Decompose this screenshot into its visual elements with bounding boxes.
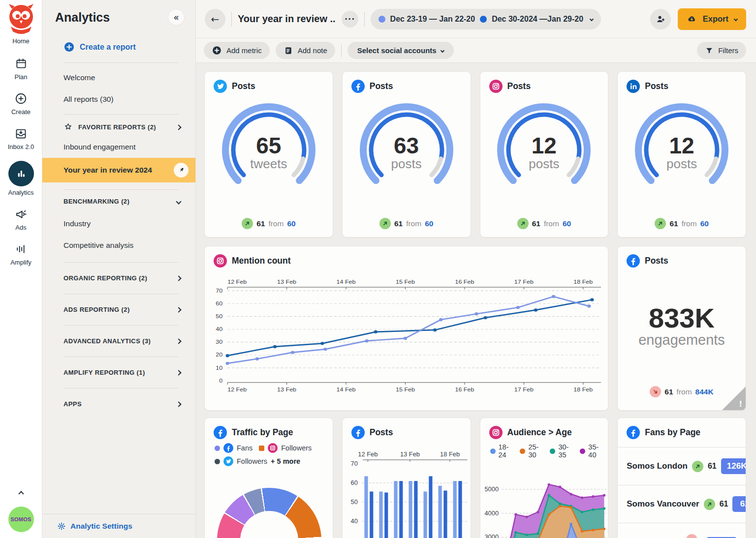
select-social-label: Select social accounts <box>357 46 437 55</box>
delta-word: from <box>544 219 559 228</box>
svg-text:20: 20 <box>216 352 222 358</box>
filters-label: Filters <box>718 46 738 55</box>
rail-label: Ads <box>15 224 26 231</box>
create-report-label: Create a report <box>80 43 136 52</box>
legend-swatch <box>550 448 555 454</box>
sidebar-section-benchmarking[interactable]: BENCHMARKING (2) <box>42 190 195 213</box>
rail-label: Home <box>12 37 30 45</box>
sidebar-item-welcome[interactable]: Welcome <box>42 67 195 89</box>
svg-text:30: 30 <box>216 339 222 345</box>
export-button[interactable]: Export <box>678 8 746 30</box>
star-icon <box>63 122 73 132</box>
plus-circle-icon <box>212 45 222 56</box>
page-title: Your year in review .. <box>238 13 336 25</box>
page-name: Somos Vancouver <box>627 499 699 509</box>
sidebar-item-year-in-review[interactable]: Your year in review 2024 <box>42 158 195 182</box>
mention-count-card[interactable]: Mention count 01020304050607012 Feb12 Fe… <box>204 246 608 411</box>
facebook-engagements-card[interactable]: Posts 833K engagements 61 from 844K ! <box>617 246 746 411</box>
rail-item-plan[interactable]: Plan <box>14 56 29 81</box>
audience-age-card[interactable]: Audience > Age 18-24 25-30 30-35 35-40 5… <box>480 418 609 538</box>
sidebar-section-advanced-analytics[interactable]: ADVANCED ANALYTICS (3) <box>42 326 195 357</box>
filters-button[interactable]: Filters <box>697 42 746 59</box>
svg-text:5000: 5000 <box>484 486 499 493</box>
gauge-value: 63 <box>343 134 471 157</box>
sidebar-section-amplify-reporting[interactable]: AMPLIFY REPORTING (1) <box>42 357 195 388</box>
sidebar-item-competitive-analysis[interactable]: Competitive analysis <box>42 235 195 256</box>
legend-swatch <box>520 448 525 454</box>
gauge-value: 12 <box>480 134 608 157</box>
audience-legend: 18-24 25-30 30-35 35-40 <box>480 442 608 459</box>
twitter-posts-gauge-card[interactable]: Posts 65 tweets 61 from 60 <box>204 71 333 238</box>
share-report-button[interactable] <box>650 9 671 30</box>
rail-item-amplify[interactable]: Amplify <box>10 241 32 266</box>
sidebar-item-all-reports[interactable]: All reports (30) <box>42 89 195 110</box>
gauge-unit: posts <box>343 157 471 172</box>
delta-from-value: 60 <box>425 219 433 228</box>
svg-text:18 Feb: 18 Feb <box>573 386 593 392</box>
workspace-avatar[interactable]: SOMOS <box>8 507 34 532</box>
legend-swatch <box>215 459 220 464</box>
rail-collapse-chevron[interactable] <box>19 489 23 498</box>
legend-swatch <box>259 446 264 451</box>
gauge-value: 65 <box>205 134 333 157</box>
delta-word: from <box>268 219 284 228</box>
linkedin-posts-gauge-card[interactable]: Posts 12 posts 61 from 60 <box>617 71 746 238</box>
create-report-button[interactable]: Create a report <box>42 29 195 62</box>
fans-row-somos-london[interactable]: Somos London 61 126K <box>618 447 746 485</box>
analytic-settings-button[interactable]: Analytic Settings <box>42 514 195 538</box>
rail-item-ads[interactable]: Ads <box>14 207 29 231</box>
gauges-row: Posts 65 tweets 61 from 60 <box>204 71 746 238</box>
trend-up-icon <box>379 218 391 229</box>
rail-item-analytics[interactable]: Analytics <box>8 161 33 196</box>
sidebar-section-favorite-reports[interactable]: FAVORITE REPORTS (2) <box>42 115 195 140</box>
engagements-value: 833K <box>618 304 746 332</box>
sidebar-section-ads-reporting[interactable]: ADS REPORTING (2) <box>42 294 195 325</box>
trend-up-icon <box>517 218 529 229</box>
sidebar-section-apps[interactable]: APPS <box>42 389 195 419</box>
traffic-by-page-card[interactable]: Traffic by Page Fans Followers <box>204 418 333 538</box>
fans-row-partial[interactable] <box>618 523 746 538</box>
inbox-icon <box>14 126 29 141</box>
delta-from-value: 60 <box>563 219 571 228</box>
sidebar-collapse-button[interactable]: « <box>168 9 185 26</box>
left-rail: Home Plan Create Inbox 2.0 Analytics Ads… <box>0 0 42 538</box>
rail-item-inbox[interactable]: Inbox 2.0 <box>8 126 34 150</box>
sidebar-title: Analytics <box>55 10 110 25</box>
legend-swatch <box>490 448 496 454</box>
back-button[interactable]: ← <box>205 9 225 30</box>
audience-area-chart: 5000400030002000 <box>480 459 608 538</box>
sidebar-section-organic-reporting[interactable]: ORGANIC REPORTING (2) <box>42 263 195 294</box>
fans-row-somos-vancouver[interactable]: Somos Vancouver 61 62K <box>618 485 746 523</box>
range-a-dot <box>378 16 385 23</box>
facebook-posts-bar-card[interactable]: Posts 70605040302012 Feb13 Feb18 Feb <box>342 418 471 538</box>
card-title: Posts <box>370 427 393 438</box>
instagram-posts-gauge-card[interactable]: Posts 12 posts 61 from 60 <box>480 71 609 238</box>
facebook-icon <box>351 426 365 439</box>
chevron-right-icon <box>176 370 181 375</box>
add-metric-button[interactable]: Add metric <box>204 42 270 59</box>
rail-item-home[interactable]: Home <box>12 37 30 45</box>
svg-text:50: 50 <box>350 499 357 506</box>
sidebar-item-industry[interactable]: Industry <box>42 213 195 235</box>
gear-icon <box>57 522 66 531</box>
trend-down-icon <box>650 386 661 397</box>
card-title: Mention count <box>232 256 291 266</box>
select-social-accounts-button[interactable]: Select social accounts <box>347 42 454 59</box>
fans-by-page-card[interactable]: Fans by Page Somos London 61 126K Somos … <box>617 418 746 538</box>
hootsuite-logo[interactable] <box>5 2 37 34</box>
date-range-selector[interactable]: Dec 23-19 — Jan 22-20 Dec 30-2024 —Jan 2… <box>371 9 601 30</box>
delta-from-value: 60 <box>287 219 295 228</box>
facebook-posts-gauge-card[interactable]: Posts 63 posts 61 from 60 <box>342 71 471 238</box>
card-title: Fans by Page <box>645 427 700 438</box>
warning-mark: ! <box>739 400 742 409</box>
analytics-sidebar: Analytics « Create a report Welcome All … <box>42 0 196 538</box>
add-note-button[interactable]: Add note <box>276 42 335 59</box>
svg-text:40: 40 <box>350 518 357 525</box>
pin-button[interactable] <box>174 163 189 178</box>
svg-text:13 Feb: 13 Feb <box>400 451 420 458</box>
rail-item-create[interactable]: Create <box>11 91 31 116</box>
svg-text:40: 40 <box>216 326 222 332</box>
svg-text:13 Feb: 13 Feb <box>277 279 296 285</box>
more-options-button[interactable]: ··· <box>342 11 358 28</box>
sidebar-item-inbound-engagement[interactable]: Inbound engagement <box>42 140 195 158</box>
